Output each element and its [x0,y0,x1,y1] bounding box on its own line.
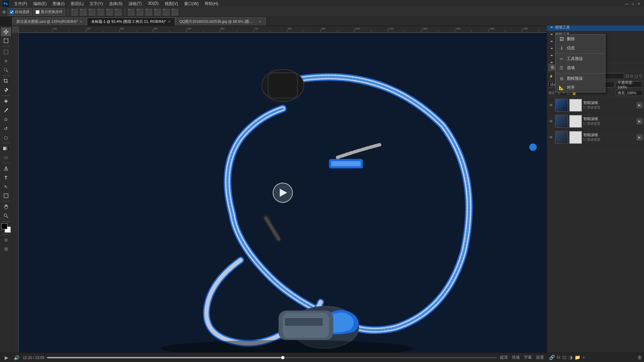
distribute-icon-2[interactable]: ⬛ [136,8,144,16]
distribute-icon-3[interactable]: ⬛ [145,8,152,16]
tab-0[interactable]: 胶尘器光图图.psd @ 129%(RGB/84)* ✕ [12,17,87,25]
auto-select-checkbox[interactable] [10,10,14,14]
canvas-content[interactable] [19,33,547,353]
layer-1-expand-btn[interactable]: ▶ [637,118,643,124]
eyedropper-btn[interactable] [1,86,11,95]
menu-view[interactable]: 视图(V) [162,0,181,7]
zoom-tool-btn[interactable] [1,212,11,220]
ctx-frame-preset[interactable]: ⊞ 图框预设 [555,74,605,83]
distribute-icon-6[interactable]: ⬛ [171,8,178,16]
brush-tool-btn[interactable] [1,106,11,115]
healing-brush-btn[interactable]: ✚ [1,97,11,106]
transform-checkbox[interactable] [36,10,40,14]
layer-folder-btn[interactable]: 📁 [575,355,580,360]
opacity-input[interactable]: 不透明度: 100% [616,81,643,87]
layer-adjustment-btn[interactable]: ◑ [569,355,573,360]
maximize-button[interactable]: □ [631,1,635,6]
ctx-info[interactable]: ℹ 信息 [555,44,605,53]
progress-bar[interactable] [47,357,497,358]
move-tool-btn[interactable] [1,27,11,36]
distribute-icon-1[interactable]: ⬛ [127,8,135,16]
fill-input[interactable]: 填充: 100% [616,90,643,96]
audio-btn[interactable]: 🔊 [13,354,20,361]
menu-file[interactable]: 文件(F) [11,0,30,7]
tabs-bar: 胶尘器光图图.psd @ 129%(RGB/84)* ✕ 未标题-1 @ 92.… [12,17,644,25]
hand-icon [3,204,9,209]
layer-fx-btn[interactable]: fx [557,355,560,360]
layer-0-visibility[interactable]: 👁 [548,103,554,108]
gradient-btn[interactable] [1,144,11,153]
artboard-tool-btn[interactable] [1,37,11,45]
clone-stamp-btn[interactable]: ⊙ [1,115,11,124]
speed-btn[interactable]: 倍速 [512,355,520,360]
auto-select-btn[interactable]: 自动选择 [7,8,32,16]
menu-text[interactable]: 文字(Y) [87,0,106,7]
distribute-icon-5[interactable]: ⬛ [162,8,170,16]
close-button[interactable]: × [637,1,641,6]
crop-tool-btn[interactable] [1,77,11,85]
layer-row-0[interactable]: 👁 智能滤镜 fx 形状变形 ▶ [547,97,644,113]
eraser-btn[interactable]: ◻ [1,133,11,142]
foreground-color-box[interactable] [1,223,7,229]
tab-1[interactable]: 未标题-1 @ 92.4% (图层 2 拷贝 11, RGB/84)* ✕ [87,17,175,25]
subtitle-btn[interactable]: 字幕 [524,355,532,360]
quick-select-btn[interactable] [1,66,11,74]
layer-1-visibility[interactable]: 👁 [548,119,554,124]
align-right-icon[interactable]: ⬛ [88,8,96,16]
dodge-btn[interactable]: ⬭ [1,153,11,162]
settings-btn[interactable]: 设置 [536,355,544,360]
menu-select[interactable]: 选择(S) [106,0,125,7]
tool-sep-1 [2,46,10,47]
layer-delete-btn[interactable]: 🗑 [637,355,642,360]
tool-sep-8 [2,234,10,235]
ctx-tool-preset[interactable]: ✂ 工具预设 [555,54,605,63]
tab-2-close[interactable]: ✕ [259,20,261,23]
menu-layer[interactable]: 图层(L) [68,0,87,7]
show-transform-btn[interactable]: 显示变换控件 [33,8,65,16]
tab-2[interactable]: QQ图片20180331182536.jpg @ 68.9% (图层 1 拷贝 … [175,17,266,25]
menu-edit[interactable]: 编辑(E) [31,0,49,7]
lasso-tool-btn[interactable]: ⌗ [1,57,11,65]
ctx-options[interactable]: ☰ 选项 [555,63,605,72]
play-button[interactable] [273,183,293,203]
menu-filter[interactable]: 滤镜(T) [126,0,144,7]
menu-3d[interactable]: 3D(D) [145,0,161,7]
menu-image[interactable]: 图像(I) [50,0,67,7]
align-center-h-icon[interactable]: ⬛ [79,8,87,16]
filter-icons[interactable]: ⊡ ⊙ ◻ ▽ [626,74,642,78]
ctx-delete[interactable]: 🖼 删除 [555,35,605,44]
layer-0-expand-btn[interactable]: ▶ [637,102,643,108]
shape-tool-btn[interactable] [1,191,11,200]
screen-mode-btn[interactable]: ⊡ [1,245,11,253]
play-pause-btn[interactable]: ▶ [3,354,10,361]
distribute-icon-4[interactable]: ⬛ [154,8,161,16]
quick-mask-btn[interactable]: ⊙ [1,236,11,244]
hand-tool-btn[interactable] [1,202,11,211]
layer-new-btn[interactable]: + [582,355,585,360]
tab-0-close[interactable]: ✕ [80,20,83,23]
text-tool-btn[interactable]: T [1,173,11,182]
align-left-icon[interactable]: ⬛ [71,8,78,16]
layer-row-1[interactable]: 👁 智能滤镜 fx 形状变形 ▶ [547,113,644,129]
color-selector[interactable] [1,223,11,233]
tab-1-close[interactable]: ✕ [168,20,171,23]
pen-tool-btn[interactable] [1,164,11,173]
menu-help[interactable]: 帮助(H) [202,0,221,7]
marquee-tool-btn[interactable] [1,48,11,56]
ctx-align[interactable]: 📐 对齐 [555,83,605,92]
history-brush-btn[interactable]: ↺ [1,124,11,133]
align-center-v-icon[interactable]: ⬛ [106,8,113,16]
progress-handle[interactable] [281,356,284,359]
quality-btn[interactable]: 超清 [500,355,508,360]
align-top-icon[interactable]: ⬛ [97,8,104,16]
layer-row-2[interactable]: 👁 智能滤镜 fx 形状变形 ▶ [547,129,644,145]
layer-2-visibility[interactable]: 👁 [548,135,554,140]
minimize-button[interactable]: — [625,1,629,6]
layer-mask-btn[interactable]: ⊡ [562,355,567,360]
layer-link-btn[interactable]: 🔗 [549,355,555,360]
layer-2-expand-btn[interactable]: ▶ [637,134,643,140]
path-select-btn[interactable]: ↖ [1,182,11,191]
align-bottom-icon[interactable]: ⬛ [114,8,122,16]
svg-point-4 [4,68,7,71]
menu-window[interactable]: 窗口(W) [181,0,201,7]
